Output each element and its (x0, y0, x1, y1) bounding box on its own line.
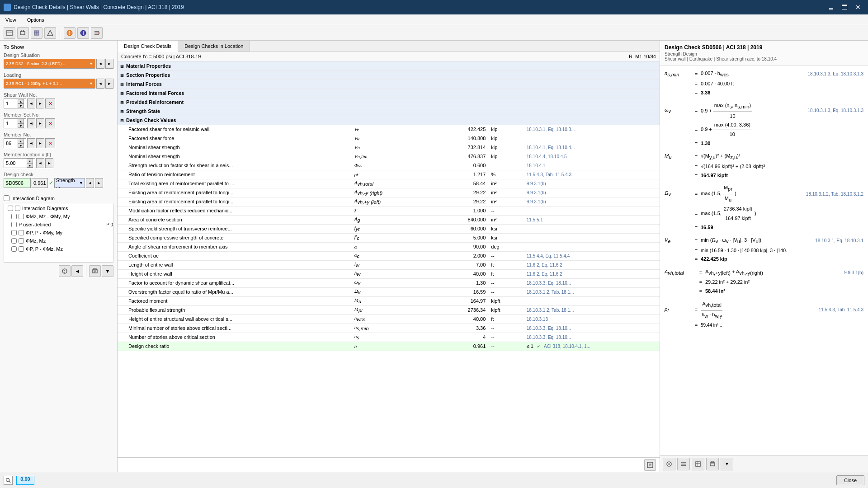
section-reinforcement[interactable]: ⊞ Provided Reinforcement (118, 98, 660, 107)
left-btn-arrow2[interactable]: ▼ (102, 265, 113, 277)
sw-clear-btn[interactable]: ✕ (45, 99, 55, 108)
shear-wall-up[interactable]: ▲ (18, 99, 24, 103)
tree-item-4[interactable]: ΦMz, Mz (4, 237, 113, 245)
tab-design-check-details[interactable]: Design Check Details (118, 41, 178, 52)
menu-options[interactable]: Options (25, 16, 46, 23)
member-set-up[interactable]: ▲ (18, 119, 24, 123)
right-btn-3[interactable] (692, 458, 704, 470)
ml-down[interactable]: ▼ (27, 163, 33, 168)
section-strength[interactable]: ⊞ Strength State (118, 107, 660, 116)
tree-checkbox-sub-4[interactable] (19, 238, 24, 244)
mn-prev-btn[interactable]: ◄ (27, 138, 35, 148)
ds-prev-btn[interactable]: ◄ (96, 59, 104, 69)
tree-item-2[interactable]: P user-defined P 0 (4, 221, 113, 229)
ms-prev-btn[interactable]: ◄ (27, 118, 35, 128)
member-no-down[interactable]: ▼ (18, 143, 24, 148)
interaction-diagram-checkbox[interactable] (4, 195, 9, 201)
center-action-btn[interactable] (644, 459, 656, 471)
tree-checkbox-3[interactable] (11, 230, 17, 235)
window-controls: 🗕 🗖 ✕ (825, 1, 864, 14)
tree-checkbox-0[interactable] (8, 206, 13, 211)
member-no-input[interactable]: 86 ▲ ▼ (4, 138, 26, 148)
section-section[interactable]: ⊞ Section Properties (118, 70, 660, 80)
member-location-input[interactable]: 5.00 ▲ ▼ (4, 158, 35, 168)
load-next-btn[interactable]: ► (105, 79, 113, 89)
right-btn-print[interactable] (706, 458, 719, 470)
search-icon-btn[interactable] (4, 476, 13, 485)
member-set-down[interactable]: ▼ (18, 123, 24, 128)
ml-prev-btn[interactable]: ◄ (36, 158, 44, 168)
row-unit-12: ksi (488, 233, 524, 242)
tree-checkbox-2[interactable] (11, 222, 17, 227)
table-row: Number of stories above critical section… (118, 333, 660, 342)
right-btn-arrow-down[interactable]: ▼ (721, 458, 733, 470)
shear-wall-down[interactable]: ▼ (18, 103, 24, 108)
right-btn-1[interactable] (663, 458, 675, 470)
tab-design-checks-in-location[interactable]: Design Checks in Location (178, 41, 250, 52)
left-btn-arrow[interactable]: ◄ (71, 265, 83, 277)
tree-checkbox-5[interactable] (11, 246, 17, 252)
mn-clear-btn[interactable]: ✕ (45, 138, 55, 148)
close-window-button[interactable]: ✕ (852, 1, 864, 14)
toolbar-btn-lines[interactable] (91, 27, 103, 39)
ml-next-btn[interactable]: ► (45, 158, 53, 168)
ms-next-btn[interactable]: ► (36, 118, 44, 128)
row-symbol-2: Vn (352, 143, 418, 152)
tree-item-1[interactable]: ΦMz, Mz - ΦMy, My (4, 212, 113, 221)
tree-checkbox-sub-1[interactable] (19, 214, 24, 219)
design-situation-dropdown[interactable]: 2.3E DS2 - Section 2.3 (LRFD)... ▼ (4, 59, 95, 69)
tree-checkbox-1[interactable] (11, 214, 17, 219)
sw-prev-btn[interactable]: ◄ (27, 99, 35, 108)
section-material[interactable]: ⊞ Material Properties (118, 61, 660, 70)
tree-item-0[interactable]: Interaction Diagrams (4, 204, 113, 212)
maximize-button[interactable]: 🗖 (838, 1, 851, 14)
section-internal[interactable]: ⊟ Internal Forces (118, 80, 660, 89)
status-value-input[interactable]: 0.00 (16, 476, 34, 485)
section-factored[interactable]: ⊞ Factored Internal Forces (118, 89, 660, 98)
tree-checkbox-sub-0[interactable] (15, 206, 20, 211)
ms-clear-btn[interactable]: ✕ (45, 118, 55, 128)
toolbar-btn-warning[interactable]: ! (64, 27, 75, 39)
row-symbol-7: Avh,-y (right) (352, 188, 418, 197)
tree-checkbox-sub-5[interactable] (19, 246, 24, 252)
left-btn-1[interactable] (59, 265, 71, 277)
table-row: Specified compressive strength of concre… (118, 233, 660, 242)
expand-icon-factored: ⊞ (119, 91, 125, 96)
load-prev-btn[interactable]: ◄ (96, 79, 104, 89)
toolbar-btn-info[interactable]: i (77, 27, 89, 39)
dc-next-btn[interactable]: ► (95, 178, 103, 188)
row-ref-19 (524, 296, 660, 305)
toolbar-btn-3[interactable] (31, 27, 42, 39)
ml-up[interactable]: ▲ (27, 159, 33, 163)
member-no-up[interactable]: ▲ (18, 139, 24, 143)
close-button[interactable]: Close (836, 475, 864, 485)
tree-item-5[interactable]: ΦP, P - ΦMz, Mz (4, 245, 113, 253)
minimize-button[interactable]: 🗕 (825, 1, 837, 14)
tree-checkbox-sub-3[interactable] (19, 230, 24, 235)
right-panel: Design Check SD0506 | ACI 318 | 2019 Str… (660, 41, 868, 472)
section-design-check-values[interactable]: ⊟ Design Check Values (118, 116, 660, 125)
mn-next-btn[interactable]: ► (36, 138, 44, 148)
design-check-id[interactable]: SD0506 (4, 178, 31, 188)
row-ref-21: 18.10.3.13 (524, 314, 660, 324)
ds-next-btn[interactable]: ► (105, 59, 113, 69)
member-set-input[interactable]: 1 ▲ ▼ (4, 118, 26, 128)
tree-item-3[interactable]: ΦP, P - ΦMy, My (4, 229, 113, 237)
toolbar-btn-2[interactable] (17, 27, 29, 39)
shear-wall-input[interactable]: 1 ▲ ▼ (4, 99, 26, 108)
loading-dropdown[interactable]: 2.3E RC1 - 1.20D/p + L + 0.1... ▼ (4, 79, 95, 89)
design-situation-label: Design Situation (4, 52, 113, 58)
table-row: Factored shear force Vu 140.808 kip (118, 134, 660, 143)
design-check-type[interactable]: Strength ... ▼ (54, 178, 85, 188)
row-ref-14: 11.5.4.4, Eq. 11.5.4.4 (524, 251, 660, 260)
math-spacer5 (665, 264, 863, 267)
toolbar-btn-1[interactable] (4, 27, 15, 39)
right-btn-2[interactable] (677, 458, 690, 470)
toolbar-btn-4[interactable] (44, 27, 56, 39)
sw-next-btn[interactable]: ► (36, 99, 44, 108)
left-btn-print[interactable] (89, 265, 101, 277)
math-table-mu: Mu = √(My,u)² + (Mz,u)² = √(164.96 kipft… (665, 152, 863, 180)
menu-view[interactable]: View (4, 16, 18, 23)
tree-checkbox-4[interactable] (11, 238, 17, 244)
dc-prev-btn[interactable]: ◄ (86, 178, 94, 188)
